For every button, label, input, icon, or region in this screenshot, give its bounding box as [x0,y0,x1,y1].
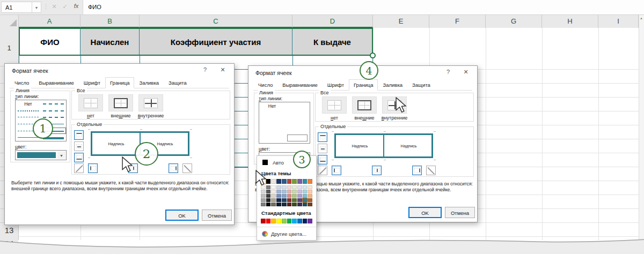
scrollbar-up-icon[interactable]: ▲ [639,17,643,20]
color-swatch[interactable] [276,190,281,193]
cancel-button[interactable]: Отмена [202,210,232,221]
color-swatch[interactable] [276,198,281,202]
ok-button[interactable]: OK [408,207,442,218]
color-swatch[interactable] [308,203,312,206]
color-swatch[interactable] [287,194,292,198]
color-swatch[interactable] [271,198,276,202]
color-swatch[interactable] [261,198,266,202]
top-border-button[interactable] [318,132,327,142]
line-style-option[interactable] [16,107,41,114]
color-swatch[interactable] [261,194,266,198]
diagonal-up-border-button[interactable] [318,166,327,175]
color-swatch[interactable] [297,203,302,206]
color-swatch[interactable] [266,185,271,189]
top-border-button[interactable] [74,130,84,140]
tab-number[interactable]: Число [253,79,277,91]
color-swatch[interactable] [261,219,266,223]
color-swatch[interactable] [271,190,276,193]
color-swatch[interactable] [297,198,302,202]
color-swatch[interactable] [303,190,308,193]
color-swatch[interactable] [266,190,271,193]
color-swatch[interactable] [271,185,276,189]
color-swatch[interactable] [303,203,308,206]
left-border-button[interactable] [88,163,98,173]
column-header-d[interactable]: D [292,15,373,28]
cell-a1[interactable]: ФИО [20,29,80,55]
line-style-none[interactable]: Нет [259,102,285,109]
line-style-list[interactable]: Нет [259,102,310,144]
color-swatch[interactable] [287,179,292,184]
preset-outline-button[interactable]: внешние [106,94,135,118]
tab-alignment[interactable]: Выравнивание [277,79,322,91]
color-swatch[interactable] [297,219,302,223]
color-swatch[interactable] [303,198,308,202]
tab-number[interactable]: Число [10,77,34,88]
column-header-i[interactable]: I [598,15,639,28]
color-swatch[interactable] [303,219,308,223]
color-swatch[interactable] [271,179,276,184]
bottom-border-button[interactable] [318,155,327,165]
tab-alignment[interactable]: Выравнивание [34,77,78,88]
color-swatch[interactable] [266,179,271,184]
inner-horizontal-border-button[interactable] [74,141,84,151]
select-all-corner[interactable] [0,15,19,28]
color-swatch[interactable] [292,179,297,184]
color-swatch[interactable] [271,203,276,206]
tab-font[interactable]: Шрифт [323,79,349,91]
tab-border[interactable]: Граница [105,77,134,88]
cell-b1[interactable]: Начислен [80,29,140,55]
color-swatch[interactable] [297,190,302,193]
preset-none-button[interactable]: нет [76,94,105,118]
confirm-entry-icon[interactable]: ✓ [60,3,70,10]
color-swatch[interactable] [308,190,312,193]
line-style-option[interactable] [41,107,66,114]
color-swatch[interactable] [276,194,281,198]
close-icon[interactable]: ✕ [459,69,473,76]
color-swatch[interactable] [261,190,266,193]
right-border-button[interactable] [412,166,422,175]
formula-input-area[interactable] [83,0,644,14]
column-header-e[interactable]: E [373,15,429,28]
left-border-button[interactable] [332,166,341,175]
color-swatch[interactable] [308,219,312,223]
color-swatch[interactable] [303,185,308,189]
close-icon[interactable]: ✕ [216,66,230,73]
color-swatch[interactable] [282,219,287,223]
diagonal-up-border-button[interactable] [74,163,84,173]
color-swatch[interactable] [292,190,297,193]
diagonal-down-border-button[interactable] [426,166,436,175]
border-preview[interactable]: Надпись Надпись [332,131,436,160]
color-swatch[interactable] [292,219,297,223]
color-swatch[interactable] [282,194,287,198]
preset-none-button[interactable]: нет [320,96,349,121]
column-header-b[interactable]: B [80,15,140,28]
tab-border[interactable]: Граница [349,79,378,91]
color-swatch[interactable] [266,219,271,223]
cancel-button[interactable]: Отмена [445,207,475,218]
ok-button[interactable]: OK [165,210,199,221]
tab-font[interactable]: Шрифт [79,77,105,88]
column-header-c[interactable]: C [140,15,292,28]
preset-outline-button[interactable]: внешние [350,96,379,121]
color-swatch[interactable] [266,194,271,198]
preset-inside-button[interactable]: внутренние [136,94,165,118]
color-swatch[interactable] [308,179,312,184]
help-icon[interactable]: ? [199,66,211,73]
column-header-h[interactable]: H [542,15,598,28]
color-swatch[interactable] [287,203,292,206]
bottom-border-button[interactable] [74,153,84,162]
color-swatch[interactable] [282,203,287,206]
inner-horizontal-border-button[interactable] [318,144,327,153]
help-icon[interactable]: ? [442,69,455,75]
color-swatch[interactable] [303,179,308,184]
color-swatch[interactable] [276,203,281,206]
color-swatch[interactable] [287,185,292,189]
color-swatch[interactable] [287,190,292,193]
color-swatch[interactable] [287,198,292,202]
color-swatch[interactable] [282,198,287,202]
border-color-dropdown[interactable]: ▼ [15,150,67,160]
inner-vertical-border-button[interactable] [372,166,382,175]
color-swatch[interactable] [271,219,276,223]
cell-c1[interactable]: Коэффициент участия [140,29,292,55]
tab-protection[interactable]: Защита [164,77,192,88]
